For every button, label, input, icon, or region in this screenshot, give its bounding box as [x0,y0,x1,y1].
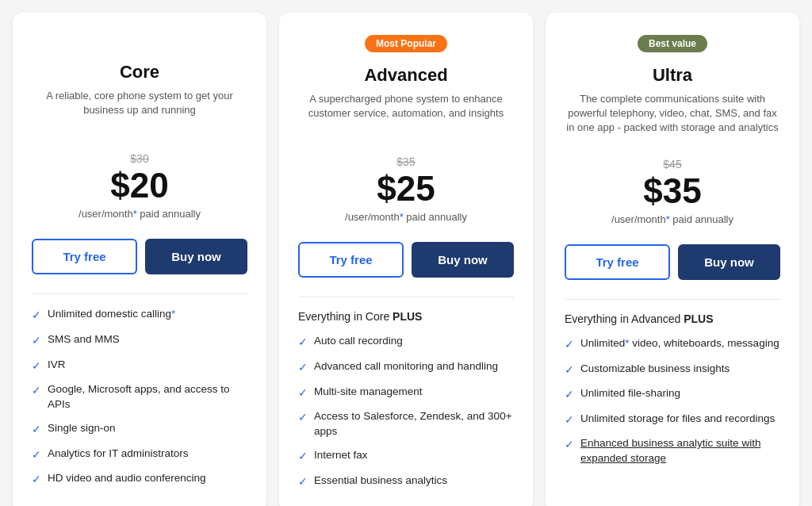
feature-item: ✓ Analytics for IT administrators [32,447,247,463]
check-icon: ✓ [298,474,308,490]
try-free-button-core[interactable]: Try free [32,239,137,274]
features-header-ultra: Everything in Advanced PLUS [565,312,780,325]
feature-item: ✓ Essential business analytics [298,473,514,490]
plan-name-ultra: Ultra [565,65,780,86]
check-icon: ✓ [32,422,41,438]
check-icon: ✓ [32,472,41,488]
check-icon: ✓ [565,362,574,378]
plan-card-advanced: Most Popular Advanced A supercharged pho… [279,13,533,506]
plan-pricing-ultra: $45 $35 /user/month* paid annually [565,158,780,225]
plan-buttons-advanced: Try free Buy now [298,242,514,278]
feature-item: ✓ Unlimited* video, whiteboards, messagi… [565,336,780,353]
check-icon: ✓ [298,385,308,401]
check-icon: ✓ [32,358,41,374]
feature-item: ✓ HD video and audio conferencing [32,471,247,488]
buy-now-button-ultra[interactable]: Buy now [678,244,780,280]
feature-item: ✓ Unlimited storage for files and record… [565,412,780,428]
divider-ultra [565,299,780,300]
plan-pricing-core: $30 $20 /user/month* paid annually [32,152,247,220]
check-icon: ✓ [298,410,308,426]
feature-item: ✓ Single sign-on [32,421,247,438]
feature-item: ✓ Customizable business insights [565,362,780,378]
current-price-core: $20 [32,167,247,205]
plan-description-core: A reliable, core phone system to get you… [32,89,247,130]
feature-list-core: ✓ Unlimited domestic calling* ✓ SMS and … [32,307,247,487]
badge-row-advanced: Most Popular [298,35,514,60]
plan-pricing-advanced: $35 $25 /user/month* paid annually [298,155,514,223]
badge-row-core [32,35,247,57]
check-icon: ✓ [32,333,41,349]
feature-item: ✓ Unlimited domestic calling* [32,307,247,324]
feature-item: ✓ Internet fax [298,448,514,465]
check-icon: ✓ [32,383,41,399]
feature-item: ✓ Access to Salesforce, Zendesk, and 300… [298,409,514,439]
plan-description-advanced: A supercharged phone system to enhance c… [298,92,514,133]
try-free-button-ultra[interactable]: Try free [565,244,670,280]
plan-buttons-core: Try free Buy now [32,239,247,274]
price-period-ultra: /user/month* paid annually [565,213,780,225]
buy-now-button-core[interactable]: Buy now [145,239,247,274]
feature-item: ✓ Advanced call monitoring and handling [298,359,514,376]
best-value-badge: Best value [638,35,707,52]
check-icon: ✓ [298,360,308,376]
feature-item: ✓ Auto call recording [298,334,514,351]
feature-item: ✓ SMS and MMS [32,332,247,349]
check-icon: ✓ [565,437,574,453]
check-icon: ✓ [32,308,41,324]
current-price-advanced: $25 [298,170,514,208]
original-price-core: $30 [32,152,247,165]
check-icon: ✓ [298,449,308,465]
original-price-advanced: $35 [298,155,514,168]
buy-now-button-advanced[interactable]: Buy now [412,242,514,278]
feature-item: ✓ IVR [32,358,247,374]
check-icon: ✓ [298,335,308,351]
feature-item: ✓ Google, Microsoft apps, and access to … [32,382,247,412]
feature-item: ✓ Enhanced business analytic suite with … [565,436,780,466]
plan-card-core: Core A reliable, core phone system to ge… [13,13,266,506]
check-icon: ✓ [565,337,574,353]
plan-buttons-ultra: Try free Buy now [565,244,780,280]
features-header-advanced: Everything in Core PLUS [298,310,514,323]
check-icon: ✓ [565,387,574,403]
divider-core [32,293,247,294]
plan-name-advanced: Advanced [298,65,514,86]
current-price-ultra: $35 [565,172,780,210]
badge-row-ultra: Best value [565,35,780,60]
feature-item: ✓ Multi-site management [298,385,514,401]
feature-list-advanced: ✓ Auto call recording ✓ Advanced call mo… [298,334,514,489]
divider-advanced [298,297,514,297]
plan-header-advanced: Advanced A supercharged phone system to … [298,65,514,133]
plan-header-ultra: Ultra The complete communications suite … [565,65,780,136]
most-popular-badge: Most Popular [365,35,447,52]
check-icon: ✓ [32,447,41,463]
plan-header-core: Core A reliable, core phone system to ge… [32,62,247,130]
plan-description-ultra: The complete communications suite with p… [565,92,780,136]
plan-name-core: Core [32,62,247,82]
feature-item: ✓ Unlimited file-sharing [565,386,780,403]
pricing-container: Core A reliable, core phone system to ge… [13,13,799,506]
price-period-advanced: /user/month* paid annually [298,211,514,223]
check-icon: ✓ [565,412,574,428]
original-price-ultra: $45 [565,158,780,171]
try-free-button-advanced[interactable]: Try free [298,242,404,278]
feature-list-ultra: ✓ Unlimited* video, whiteboards, messagi… [565,336,780,466]
plan-card-ultra: Best value Ultra The complete communicat… [546,13,799,506]
price-period-core: /user/month* paid annually [32,208,247,220]
